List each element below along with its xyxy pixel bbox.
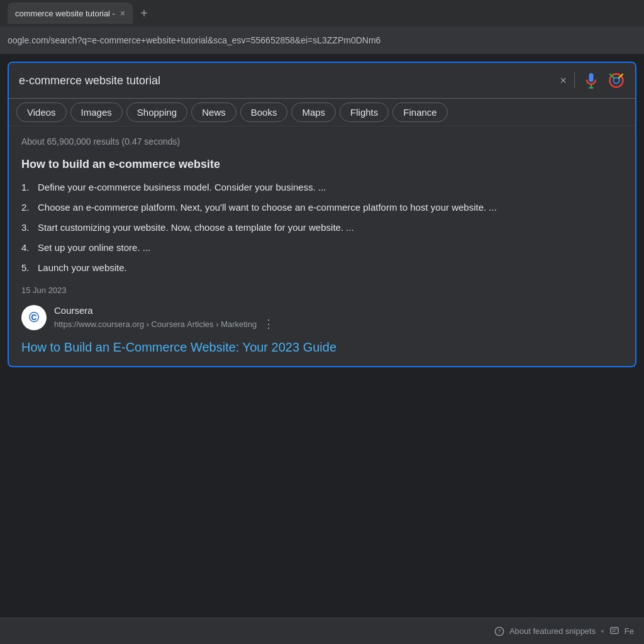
svg-point-4: [613, 77, 619, 83]
list-item: 5. Launch your website.: [21, 260, 623, 275]
tab-close-button[interactable]: ×: [120, 8, 125, 18]
search-tabs: Videos Images Shopping News Books Maps F…: [9, 99, 635, 126]
snippet-title: How to build an e-commerce website: [21, 158, 623, 171]
address-url: oogle.com/search?q=e-commerce+website+tu…: [8, 35, 380, 45]
source-name: Coursera: [54, 305, 274, 316]
separator: •: [601, 626, 604, 637]
svg-rect-0: [589, 73, 594, 82]
search-divider: [574, 72, 575, 89]
source-block: © Coursera https://www.coursera.org › Co…: [21, 305, 623, 331]
snippet-content: About 65,900,000 results (0.47 seconds) …: [9, 126, 635, 366]
svg-rect-7: [611, 628, 618, 633]
browser-titlebar: commerce website tutorial - × +: [0, 0, 644, 26]
tab-books[interactable]: Books: [240, 103, 288, 122]
search-clear-button[interactable]: ×: [560, 74, 567, 87]
list-item: 4. Set up your online store. ...: [21, 240, 623, 255]
tab-videos[interactable]: Videos: [16, 103, 67, 122]
main-content: e-commerce website tutorial × Videos Ima…: [0, 54, 644, 375]
tab-maps[interactable]: Maps: [291, 103, 336, 122]
browser-tab[interactable]: commerce website tutorial - ×: [8, 3, 133, 24]
snippet-list: 1. Define your e-commerce business model…: [21, 180, 623, 275]
result-link[interactable]: How to Build an E-Commerce Website: Your…: [21, 340, 336, 354]
about-snippets-text[interactable]: About featured snippets: [509, 626, 596, 636]
bottom-bar: ? About featured snippets • Fe: [0, 618, 644, 644]
svg-text:?: ?: [497, 628, 501, 635]
help-icon: ?: [494, 626, 504, 636]
tab-news[interactable]: News: [191, 103, 236, 122]
source-logo: ©: [21, 305, 47, 330]
feedback-icon: [609, 626, 619, 636]
list-item: 1. Define your e-commerce business model…: [21, 180, 623, 195]
new-tab-button[interactable]: +: [140, 6, 148, 21]
featured-snippet-box: e-commerce website tutorial × Videos Ima…: [8, 62, 636, 367]
lens-icon[interactable]: [608, 72, 625, 89]
source-url: https://www.coursera.org › Coursera Arti…: [54, 317, 274, 331]
feedback-label[interactable]: Fe: [625, 626, 634, 636]
list-item: 2. Choose an e-commerce platform. Next, …: [21, 200, 623, 215]
mic-icon[interactable]: [582, 72, 600, 89]
tab-finance[interactable]: Finance: [392, 103, 447, 122]
snippet-date: 15 Jun 2023: [21, 286, 623, 295]
tab-title: commerce website tutorial -: [15, 9, 115, 18]
tab-images[interactable]: Images: [70, 103, 123, 122]
search-bar[interactable]: e-commerce website tutorial ×: [9, 63, 635, 99]
address-bar[interactable]: oogle.com/search?q=e-commerce+website+tu…: [0, 26, 644, 54]
list-item: 3. Start customizing your website. Now, …: [21, 220, 623, 235]
search-query-text: e-commerce website tutorial: [19, 74, 552, 87]
source-info: Coursera https://www.coursera.org › Cour…: [54, 305, 274, 331]
tab-flights[interactable]: Flights: [340, 103, 389, 122]
result-stats: About 65,900,000 results (0.47 seconds): [21, 136, 623, 147]
source-menu-button[interactable]: ⋮: [263, 317, 274, 331]
tab-shopping[interactable]: Shopping: [126, 103, 187, 122]
coursera-logo-c: ©: [29, 309, 39, 326]
